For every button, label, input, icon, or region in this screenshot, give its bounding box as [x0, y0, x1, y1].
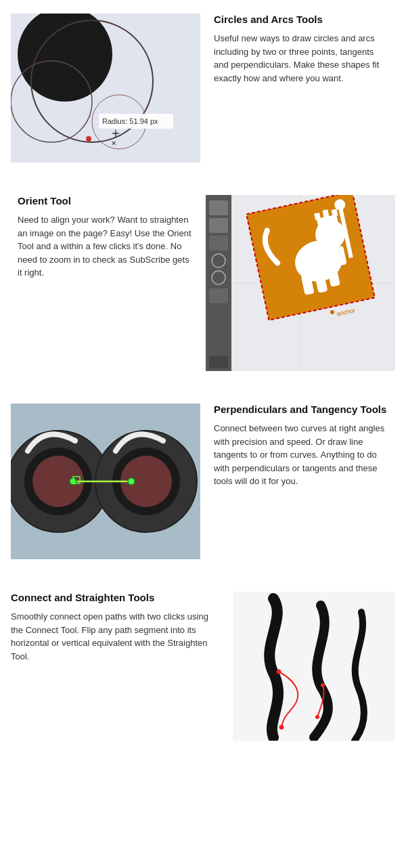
perpendiculars-title: Perpendiculars and Tangency Tools	[214, 404, 388, 415]
svg-rect-24	[209, 356, 228, 368]
circles-arcs-body: Useful new ways to draw circles and arcs…	[214, 32, 388, 85]
orient-title: Orient Tool	[18, 195, 195, 207]
connect-image	[233, 592, 395, 741]
connect-body: Smoothly connect open paths with two cli…	[11, 610, 222, 663]
perpendiculars-text: Perpendiculars and Tangency Tools Connec…	[200, 404, 395, 488]
svg-point-53	[277, 670, 281, 674]
svg-point-9	[86, 136, 91, 142]
svg-text:Radius: 51.94 px: Radius: 51.94 px	[102, 117, 158, 125]
circles-arcs-text: Circles and Arcs Tools Useful new ways t…	[200, 14, 395, 85]
connect-title: Connect and Straighten Tools	[11, 592, 222, 603]
svg-text:✕: ✕	[111, 139, 116, 147]
svg-rect-17	[209, 236, 228, 251]
svg-point-50	[128, 478, 135, 485]
section-orient: Orient Tool Need to align your work? Wan…	[0, 179, 406, 387]
svg-rect-15	[209, 200, 228, 215]
svg-point-54	[279, 725, 284, 730]
svg-rect-20	[209, 288, 228, 303]
circles-arcs-title: Circles and Arcs Tools	[214, 14, 388, 25]
section-circles-arcs: Radius: 51.94 px ✕ Circles and Arcs Tool…	[0, 0, 406, 179]
svg-rect-16	[209, 218, 228, 233]
orient-body: Need to align your work? Want to straigh…	[18, 213, 195, 280]
section-perpendiculars: Perpendiculars and Tangency Tools Connec…	[0, 387, 406, 576]
svg-rect-23	[209, 341, 228, 356]
perpendiculars-body: Connect between two curves at right angl…	[214, 422, 388, 488]
circles-arcs-image: Radius: 51.94 px ✕	[11, 14, 200, 162]
svg-rect-22	[209, 324, 228, 339]
orient-text: Orient Tool Need to align your work? Wan…	[11, 195, 206, 280]
svg-point-56	[315, 715, 319, 719]
perpendiculars-image	[11, 404, 200, 559]
orient-image: anchor	[206, 195, 395, 371]
connect-text: Connect and Straighten Tools Smoothly co…	[11, 592, 233, 663]
svg-point-55	[321, 683, 325, 687]
svg-rect-21	[209, 306, 228, 321]
section-connect: Connect and Straighten Tools Smoothly co…	[0, 576, 406, 757]
